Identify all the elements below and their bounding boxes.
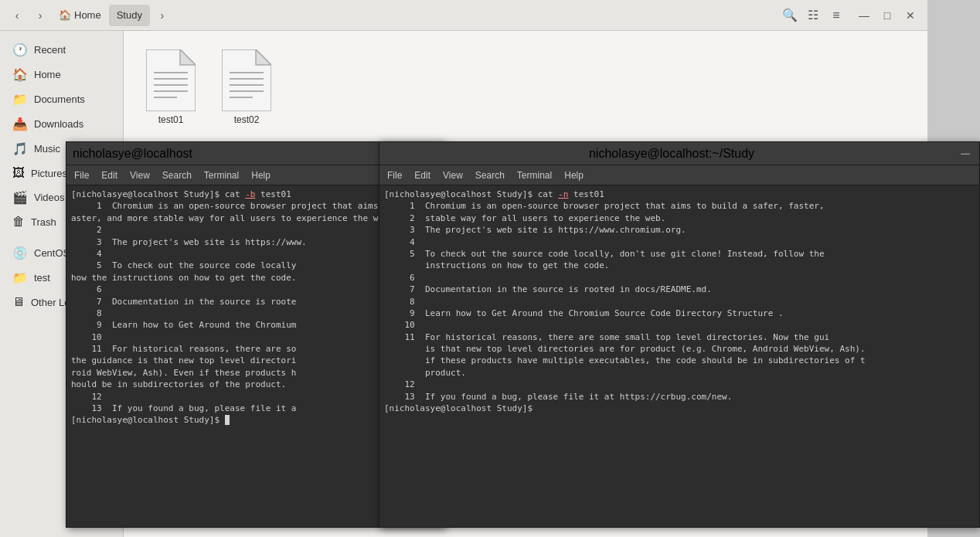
term2-menu-terminal[interactable]: Terminal bbox=[512, 168, 556, 182]
window-controls: — □ ✕ bbox=[853, 5, 921, 26]
sidebar-item-label: Music bbox=[34, 143, 60, 155]
sidebar-item-label: test bbox=[34, 272, 50, 284]
term2-menu-view[interactable]: View bbox=[438, 168, 468, 182]
nav-buttons: ‹ › 🏠 Home Study › bbox=[6, 5, 173, 26]
home-icon: 🏠 bbox=[59, 9, 71, 21]
sidebar-item-recent[interactable]: 🕐 Recent bbox=[3, 38, 120, 62]
other-icon: 🖥 bbox=[12, 295, 25, 309]
documents-icon: 📁 bbox=[12, 92, 28, 107]
list-view-button[interactable]: ☷ bbox=[802, 5, 824, 26]
sidebar-item-label: Trash bbox=[31, 216, 56, 228]
nav-forward-button[interactable]: › bbox=[29, 5, 51, 26]
sidebar-item-documents[interactable]: 📁 Documents bbox=[3, 87, 120, 111]
term1-menu-terminal[interactable]: Terminal bbox=[199, 168, 243, 182]
nav-chevron-button[interactable]: › bbox=[151, 5, 173, 26]
terminal-2-titlebar: nicholasye@localhost:~/Study ─ bbox=[379, 142, 979, 165]
term1-menu-help[interactable]: Help bbox=[247, 168, 275, 182]
terminal-1-title: nicholasye@localhost bbox=[73, 147, 422, 161]
svg-marker-1 bbox=[180, 49, 196, 65]
term1-menu-search[interactable]: Search bbox=[158, 168, 196, 182]
centos-icon: 💿 bbox=[12, 246, 28, 260]
file-name: test01 bbox=[158, 114, 184, 125]
toolbar-tools: 🔍 ☷ ≡ bbox=[779, 5, 847, 26]
terminal-2-minimize[interactable]: ─ bbox=[958, 146, 973, 161]
terminal-2-title: nicholasye@localhost:~/Study bbox=[386, 147, 958, 161]
pictures-icon: 🖼 bbox=[12, 166, 25, 180]
sidebar-item-label: Home bbox=[34, 69, 61, 80]
breadcrumb-label: Study bbox=[117, 9, 142, 21]
minimize-button[interactable]: — bbox=[853, 5, 875, 26]
sidebar-item-label: Videos bbox=[34, 192, 65, 203]
close-button[interactable]: ✕ bbox=[900, 5, 921, 26]
file-item-test01[interactable]: test01 bbox=[136, 43, 206, 131]
terminal-window-2: nicholasye@localhost:~/Study ─ File Edit… bbox=[379, 141, 980, 528]
terminal-2-menubar: File Edit View Search Terminal Help bbox=[379, 165, 979, 185]
downloads-icon: 📥 bbox=[12, 117, 28, 131]
term2-menu-edit[interactable]: Edit bbox=[410, 168, 435, 182]
sidebar-item-downloads[interactable]: 📥 Downloads bbox=[3, 112, 120, 136]
home-sidebar-icon: 🏠 bbox=[12, 67, 28, 82]
file-name: test02 bbox=[234, 114, 260, 125]
sidebar-item-label: Documents bbox=[34, 93, 85, 105]
file-item-test02[interactable]: test02 bbox=[212, 43, 281, 131]
term1-menu-file[interactable]: File bbox=[70, 168, 94, 182]
search-button[interactable]: 🔍 bbox=[779, 5, 801, 26]
home-button[interactable]: 🏠 Home bbox=[53, 5, 107, 26]
file-icon bbox=[146, 49, 196, 111]
file-icon bbox=[222, 49, 271, 111]
home-label: Home bbox=[74, 9, 101, 21]
file-grid: test01 test02 bbox=[136, 43, 915, 131]
grid-view-button[interactable]: ≡ bbox=[825, 5, 847, 26]
titlebar: ‹ › 🏠 Home Study › 🔍 ☷ ≡ — □ ✕ bbox=[0, 0, 927, 31]
sidebar-item-home[interactable]: 🏠 Home bbox=[3, 63, 120, 87]
breadcrumb-tab[interactable]: Study bbox=[109, 5, 150, 26]
terminal-2-content[interactable]: [nicholasye@localhost Study]$ cat -n tes… bbox=[379, 185, 979, 527]
test-icon: 📁 bbox=[12, 270, 28, 285]
music-icon: 🎵 bbox=[12, 141, 28, 156]
term2-menu-help[interactable]: Help bbox=[560, 168, 588, 182]
term2-menu-file[interactable]: File bbox=[383, 168, 407, 182]
nav-back-button[interactable]: ‹ bbox=[6, 5, 28, 26]
svg-marker-8 bbox=[256, 49, 271, 65]
sidebar-item-label: Pictures bbox=[31, 168, 67, 179]
trash-icon: 🗑 bbox=[12, 215, 25, 229]
maximize-button[interactable]: □ bbox=[876, 5, 898, 26]
term1-menu-view[interactable]: View bbox=[125, 168, 155, 182]
term1-menu-edit[interactable]: Edit bbox=[97, 168, 122, 182]
videos-icon: 🎬 bbox=[12, 190, 28, 205]
sidebar-item-label: Recent bbox=[34, 44, 66, 56]
recent-icon: 🕐 bbox=[12, 42, 28, 57]
term2-menu-search[interactable]: Search bbox=[471, 168, 509, 182]
sidebar-item-label: Downloads bbox=[34, 118, 83, 130]
